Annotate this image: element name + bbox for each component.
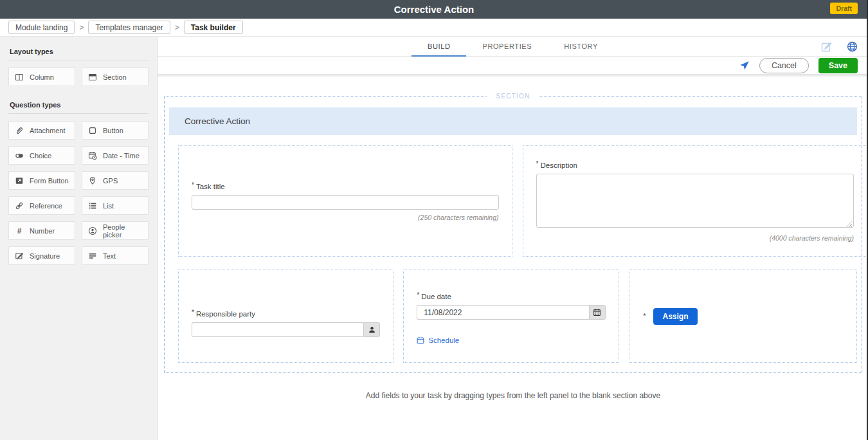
due-date-label: *Due date — [417, 291, 605, 300]
date-time-icon — [88, 151, 97, 160]
field-responsible-party[interactable]: *Responsible party — [178, 270, 393, 363]
tab-properties[interactable]: PROPERTIES — [466, 37, 548, 56]
sidebar-item-date-time[interactable]: Date - Time — [82, 146, 149, 165]
sidebar-item-label: Reference — [30, 202, 62, 210]
layout-types-title: Layout types — [8, 46, 149, 60]
people-picker-icon — [88, 226, 97, 235]
sidebar-item-section[interactable]: Section — [82, 68, 149, 86]
attachment-icon — [15, 126, 24, 135]
required-marker: * — [192, 181, 194, 188]
sidebar-item-reference[interactable]: Reference — [8, 196, 75, 215]
description-label: *Description — [536, 160, 854, 169]
sidebar-item-label: Column — [30, 73, 54, 81]
globe-icon[interactable] — [847, 41, 858, 52]
text-icon — [88, 252, 97, 261]
sidebar-item-form-button[interactable]: Form Button — [8, 171, 75, 190]
gps-icon — [88, 176, 97, 185]
description-textarea[interactable] — [536, 174, 854, 228]
status-badge: Draft — [830, 3, 858, 14]
form-section[interactable]: SECTION Corrective Action *Task title (2… — [164, 96, 862, 373]
sidebar-item-attachment[interactable]: Attachment — [8, 121, 75, 140]
compose-icon[interactable] — [821, 41, 832, 52]
question-types-title: Question types — [8, 99, 149, 114]
sidebar-item-label: Signature — [30, 252, 60, 260]
people-picker-button[interactable] — [363, 322, 380, 337]
sidebar-item-label: List — [103, 202, 114, 210]
sidebar-item-label: GPS — [103, 177, 118, 185]
sidebar-item-column[interactable]: Column — [8, 68, 75, 86]
breadcrumb: Module landing Templates manager Task bu… — [0, 19, 868, 37]
responsible-party-input[interactable] — [192, 322, 363, 337]
task-title-helper: (250 characters remaining) — [192, 214, 499, 221]
schedule-calendar-icon — [417, 336, 424, 344]
field-types-sidebar: Layout types ColumnSection Question type… — [0, 37, 158, 440]
section-icon — [88, 73, 97, 82]
tab-bar: BUILD PROPERTIES HISTORY — [158, 37, 868, 57]
sidebar-item-label: Number — [30, 227, 55, 235]
save-button[interactable]: Save — [818, 58, 858, 73]
cancel-button[interactable]: Cancel — [759, 58, 809, 73]
section-title-bar[interactable]: Corrective Action — [169, 107, 857, 135]
choice-icon — [15, 151, 24, 160]
signature-icon — [15, 252, 24, 261]
field-assign[interactable]: * Assign — [629, 270, 857, 363]
breadcrumb-item-task-builder[interactable]: Task builder — [184, 21, 243, 34]
breadcrumb-separator — [175, 23, 179, 32]
sidebar-item-button[interactable]: Button — [82, 121, 149, 140]
date-picker-button[interactable] — [589, 305, 606, 320]
required-marker: * — [644, 313, 646, 320]
sidebar-item-people-picker[interactable]: People picker — [82, 221, 149, 240]
sidebar-item-number[interactable]: #Number — [8, 221, 75, 240]
sidebar-item-gps[interactable]: GPS — [82, 171, 149, 190]
sidebar-item-label: Form Button — [30, 177, 69, 185]
sidebar-item-label: People picker — [103, 223, 142, 239]
due-date-input[interactable] — [417, 305, 588, 320]
task-title-input[interactable] — [192, 195, 499, 210]
field-due-date[interactable]: *Due date — [403, 270, 619, 363]
description-textarea-wrap — [536, 174, 854, 230]
required-marker: * — [192, 309, 194, 316]
schedule-link[interactable]: Schedule — [417, 336, 459, 344]
field-description[interactable]: *Description (4000 characters remaining) — [523, 145, 867, 257]
layout-types-grid: ColumnSection — [8, 68, 149, 86]
drag-hint-text: Add fields to your task by dragging type… — [164, 391, 862, 400]
required-marker: * — [536, 160, 539, 167]
calendar-icon — [593, 308, 601, 316]
column-icon — [15, 73, 24, 82]
app-header: Corrective Action Draft — [0, 0, 868, 19]
send-icon[interactable] — [739, 60, 750, 71]
breadcrumb-separator — [79, 23, 84, 32]
action-toolbar: Cancel Save — [158, 57, 868, 74]
page-title: Corrective Action — [394, 4, 474, 15]
responsible-party-label: *Responsible party — [192, 309, 380, 318]
reference-icon — [15, 201, 24, 210]
sidebar-item-label: Button — [103, 127, 123, 134]
question-types-grid: AttachmentButtonChoiceDate - TimeForm Bu… — [8, 121, 149, 265]
list-icon — [88, 201, 97, 210]
sidebar-item-label: Date - Time — [103, 152, 140, 160]
sidebar-item-label: Choice — [30, 152, 51, 160]
sidebar-item-label: Attachment — [30, 127, 66, 134]
number-icon: # — [15, 226, 24, 235]
required-marker: * — [417, 291, 419, 298]
button-icon — [88, 126, 97, 135]
person-icon — [368, 325, 376, 334]
breadcrumb-item-module-landing[interactable]: Module landing — [8, 21, 75, 34]
sidebar-item-choice[interactable]: Choice — [8, 146, 75, 165]
sidebar-item-text[interactable]: Text — [82, 246, 149, 265]
sidebar-item-label: Section — [103, 73, 127, 81]
sidebar-item-signature[interactable]: Signature — [8, 246, 75, 265]
tab-build[interactable]: BUILD — [411, 37, 466, 56]
description-helper: (4000 characters remaining) — [536, 234, 854, 242]
form-button-icon — [15, 176, 24, 185]
section-label: SECTION — [487, 93, 539, 100]
assign-button[interactable]: Assign — [653, 308, 697, 325]
sidebar-item-label: Text — [103, 252, 116, 260]
sidebar-item-list[interactable]: List — [82, 196, 149, 215]
task-title-label: *Task title — [192, 181, 499, 190]
breadcrumb-item-templates-manager[interactable]: Templates manager — [88, 21, 170, 34]
tab-history[interactable]: HISTORY — [548, 37, 614, 56]
builder-canvas: SECTION Corrective Action *Task title (2… — [158, 78, 868, 440]
field-task-title[interactable]: *Task title (250 characters remaining) — [178, 145, 512, 257]
